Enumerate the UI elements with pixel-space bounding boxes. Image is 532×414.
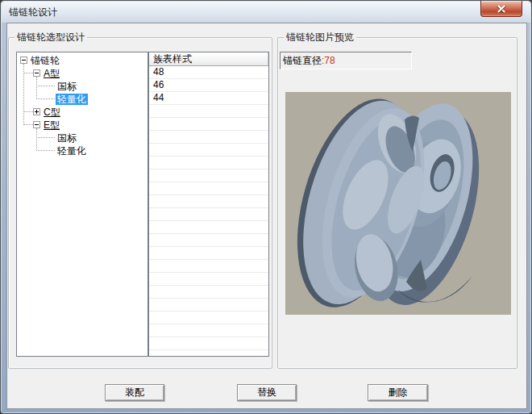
tree-item-guobiao-e[interactable]: 国标 — [17, 132, 148, 144]
tree-item-lightweight-a[interactable]: 轻量化 — [17, 93, 148, 106]
chain-diameter-label: 锚链直径 — [283, 55, 322, 66]
chain-diameter-field[interactable]: 锚链直径:78 — [280, 52, 412, 69]
assemble-button[interactable]: 装配 — [105, 384, 164, 401]
list-item[interactable]: 44 — [149, 92, 268, 105]
title-bar[interactable]: 锚链轮设计 — [2, 2, 530, 23]
family-table-rows: 48 46 44 — [149, 66, 268, 356]
expand-icon[interactable] — [33, 108, 40, 115]
tree-connector — [36, 86, 55, 86]
tree-connector — [23, 73, 33, 73]
preview-3d-model — [285, 92, 511, 315]
chain-diameter-value: 78 — [324, 55, 335, 66]
tree-item-guobiao-a[interactable]: 国标 — [17, 80, 148, 93]
dialog-client-area: 锚链轮选型设计 锚链轮 A型 国标 轻量化 — [6, 23, 527, 409]
collapse-icon[interactable] — [33, 69, 40, 77]
tree-item-anchor-wheel[interactable]: 锚链轮 — [17, 54, 148, 67]
tree-connector — [23, 124, 33, 125]
tree-connector — [36, 98, 55, 99]
tree-item-type-a[interactable]: A型 — [17, 67, 148, 80]
list-item[interactable]: 46 — [149, 79, 268, 92]
list-item[interactable]: 48 — [149, 66, 268, 79]
close-button[interactable] — [480, 1, 522, 17]
close-icon — [497, 5, 505, 13]
family-table-column-header[interactable]: 族表样式 — [149, 52, 268, 66]
replace-button[interactable]: 替换 — [237, 384, 297, 401]
delete-button[interactable]: 删除 — [368, 384, 428, 401]
collapse-icon[interactable] — [20, 56, 27, 64]
dialog-window: 锚链轮设计 锚链轮选型设计 锚链轮 A型 国标 — [0, 0, 532, 414]
family-table-list: 族表样式 48 46 44 — [148, 52, 269, 357]
collapse-icon[interactable] — [33, 121, 40, 128]
tree-item-type-c[interactable]: C型 — [17, 106, 148, 119]
preview-groupbox-title: 锚链轮图片预览 — [284, 31, 356, 43]
tree-connector — [36, 137, 55, 138]
tree-item-type-e[interactable]: E型 — [17, 119, 148, 132]
selection-groupbox-title: 锚链轮选型设计 — [15, 31, 87, 43]
type-tree: 锚链轮 A型 国标 轻量化 C型 E — [16, 52, 148, 357]
tree-connector — [36, 150, 55, 151]
tree-connector — [23, 111, 33, 112]
window-title: 锚链轮设计 — [9, 6, 57, 19]
tree-item-lightweight-e[interactable]: 轻量化 — [17, 144, 148, 157]
